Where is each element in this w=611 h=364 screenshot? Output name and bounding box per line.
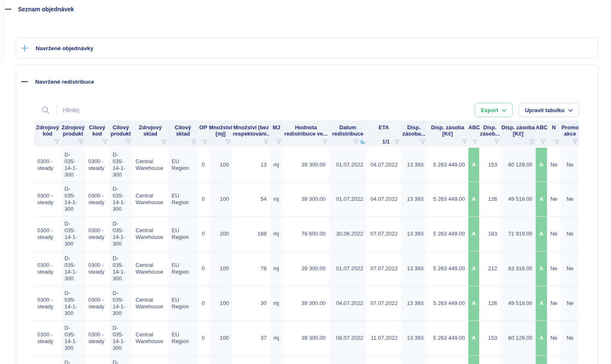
column-header-datum[interactable]: Datum redistribuce: [329, 120, 367, 147]
column-label-zdrojovy-kod: Zdrojový kód: [34, 120, 61, 137]
cell-abc-1: A: [468, 321, 479, 356]
filter-funnel-icon[interactable]: [54, 139, 60, 144]
table-row[interactable]: 0300 - steadyD- 035- 14-1- 3000300 - ste…: [34, 147, 579, 182]
cell-zdrojovy-sklad: Central Warehouse: [132, 356, 168, 364]
column-header-promo-akce[interactable]: Promo akce: [561, 120, 579, 147]
cell-abc-2: A: [536, 182, 547, 217]
column-header-abc-2[interactable]: ABC: [536, 120, 547, 147]
page-title: Seznam objednávek: [18, 6, 74, 13]
filter-funnel-icon[interactable]: [554, 139, 560, 144]
cell-disp-zasoba-kc: 5 263 449.00: [427, 286, 468, 321]
cell-op: 0: [198, 147, 209, 182]
filter-funnel-icon[interactable]: [529, 139, 534, 144]
filter-funnel-icon[interactable]: [322, 139, 328, 144]
cell-cilovy-kod: 0300 - steady: [85, 147, 109, 182]
collapse-minus-icon[interactable]: [5, 9, 11, 10]
cell-n: Ne: [547, 217, 561, 251]
column-header-eta[interactable]: ETA1/1: [367, 120, 401, 147]
filter-funnel-icon[interactable]: [472, 139, 478, 144]
cell-eta: 04.07.2022: [367, 356, 401, 364]
column-header-mnozstvi-mj[interactable]: Množství [mj]: [209, 120, 232, 147]
cell-disp-zasoba: 13 393: [401, 286, 427, 321]
table-row[interactable]: 0300 - steadyD- 035- 14-1- 3000300 - ste…: [34, 217, 579, 251]
expand-plus-icon[interactable]: [21, 45, 28, 51]
filter-funnel-icon[interactable]: [353, 139, 359, 144]
cell-cilovy-produkt: D- 035- 14-1- 300: [109, 217, 132, 251]
cell-abc-2: A: [536, 286, 547, 321]
column-header-cilovy-sklad[interactable]: Cílový sklad: [168, 120, 198, 147]
cell-cilovy-sklad: EU Region: [168, 182, 198, 217]
cell-mnozstvi-bez: 37: [232, 321, 270, 356]
filter-funnel-icon[interactable]: [162, 139, 167, 144]
column-label-mnozstvi-bez: Množství (bez respektování..: [232, 120, 270, 137]
filter-funnel-icon[interactable]: [202, 139, 208, 144]
cell-cilovy-produkt: D- 035- 14-1- 300: [109, 356, 132, 364]
cell-zdrojovy-kod: 0300 - steady: [34, 321, 61, 356]
filter-funnel-icon[interactable]: [226, 139, 231, 144]
cell-abc-1: A: [468, 217, 479, 251]
cell-op: 0: [198, 356, 209, 364]
cell-disp-zasoba-kc-2: 60 129.00: [501, 356, 536, 364]
filter-funnel-icon[interactable]: [462, 139, 467, 144]
column-header-op[interactable]: OP: [198, 120, 209, 147]
filter-funnel-icon[interactable]: [572, 139, 578, 144]
column-header-disp-zasoba[interactable]: Disp. zásoba...: [401, 120, 427, 147]
cell-eta: 04.07.2022: [367, 182, 401, 217]
sort-bars-icon[interactable]: [361, 140, 365, 144]
export-button[interactable]: Export: [475, 103, 513, 117]
cell-disp-zasoba-kc: 5 263 449.00: [427, 321, 468, 356]
column-header-mnozstvi-bez[interactable]: Množství (bez respektování..: [232, 120, 270, 147]
column-header-n[interactable]: N: [547, 120, 561, 147]
column-header-zdrojovy-kod[interactable]: Zdrojový kód: [34, 120, 61, 147]
column-header-zdrojovy-produkt[interactable]: Zdrojový produkt: [61, 120, 85, 147]
column-header-zdrojovy-sklad[interactable]: Zdrojový sklad: [132, 120, 168, 147]
cell-hodnota: 39 300.00: [283, 356, 329, 364]
column-header-mj[interactable]: MJ: [270, 120, 283, 147]
cell-disp-zasob-2: 153: [479, 356, 501, 364]
filter-funnel-icon[interactable]: [540, 139, 546, 144]
cell-disp-zasob-2: 212: [479, 251, 501, 286]
chevron-down-icon: [568, 107, 573, 113]
collapse-minus-icon[interactable]: [21, 81, 28, 82]
edit-table-button[interactable]: Upravit tabulku: [519, 103, 579, 117]
column-header-disp-zasoba-kc[interactable]: Disp. zásoba [Kč]: [427, 120, 468, 147]
column-header-abc-1[interactable]: ABC: [468, 120, 479, 147]
table-row[interactable]: 0300 - steadyD- 035- 14-1- 3000300 - ste…: [34, 182, 579, 217]
cell-datum: 01.07.2022: [329, 251, 367, 286]
cell-mnozstvi-mj: 200: [209, 217, 232, 251]
column-label-disp-zasoba-kc-2: Disp. zásoba [Kč]: [501, 120, 536, 137]
column-label-zdrojovy-sklad: Zdrojový sklad: [132, 120, 168, 137]
cell-zdrojovy-sklad: Central Warehouse: [132, 286, 168, 321]
filter-funnel-icon[interactable]: [126, 139, 131, 144]
table-row[interactable]: 0300 - steadyD- 035- 14-1- 3000300 - ste…: [34, 251, 579, 286]
filter-funnel-icon[interactable]: [276, 139, 282, 144]
column-header-cilovy-kod[interactable]: Cílový kod: [85, 120, 109, 147]
column-label-datum: Datum redistribuce: [329, 120, 367, 137]
cell-cilovy-sklad: EU Region: [168, 321, 198, 356]
filter-funnel-icon[interactable]: [78, 139, 84, 144]
cell-cilovy-kod: 0300 - steady: [85, 217, 109, 251]
cell-cilovy-produkt: D- 035- 14-1- 300: [109, 286, 132, 321]
column-header-disp-zasoba-kc-2[interactable]: Disp. zásoba [Kč]: [501, 120, 536, 147]
filter-funnel-icon[interactable]: [420, 139, 426, 144]
column-header-disp-zasob-2[interactable]: Disp. zásob...: [479, 120, 501, 147]
filter-funnel-icon[interactable]: [103, 139, 108, 144]
column-header-cilovy-produkt[interactable]: Cílový produkt: [109, 120, 132, 147]
cell-zdrojovy-produkt: D- 035- 14-1- 300: [61, 356, 85, 364]
table-row[interactable]: 0300 - steadyD- 035- 14-1- 3000300 - ste…: [34, 356, 579, 364]
search-input[interactable]: [63, 107, 272, 113]
cell-mj: mj: [270, 251, 283, 286]
filter-funnel-icon[interactable]: [263, 139, 269, 144]
filter-funnel-icon[interactable]: [191, 139, 196, 144]
column-header-hodnota[interactable]: Hodnota redistribuce ve...: [283, 120, 329, 147]
search-icon: [41, 106, 50, 114]
table-row[interactable]: 0300 - steadyD- 035- 14-1- 3000300 - ste…: [34, 321, 579, 356]
cell-mnozstvi-bez: 54: [232, 182, 270, 217]
filter-funnel-icon[interactable]: [494, 139, 499, 144]
cell-disp-zasoba-kc: 5 263 449.00: [427, 147, 468, 182]
cell-disp-zasoba-kc-2: 49 518.00: [501, 286, 536, 321]
table-row[interactable]: 0300 - steadyD- 035- 14-1- 3000300 - ste…: [34, 286, 579, 321]
filter-funnel-icon[interactable]: [394, 139, 400, 144]
column-label-disp-zasob-2: Disp. zásob...: [479, 120, 501, 137]
table-header-row: Zdrojový kódZdrojový produktCílový kodCí…: [34, 120, 579, 147]
